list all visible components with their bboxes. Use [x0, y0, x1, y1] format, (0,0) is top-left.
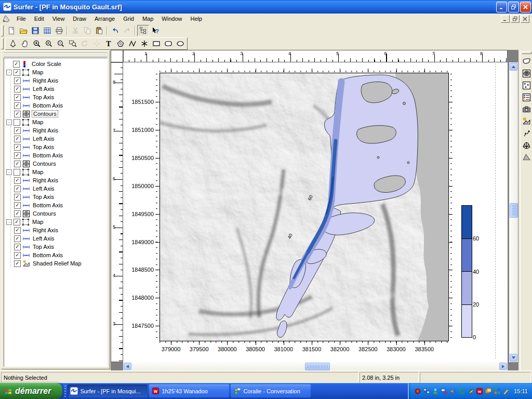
- tray-network-error-icon[interactable]: [441, 388, 448, 395]
- restore-button[interactable]: [508, 2, 519, 12]
- tree-item-label[interactable]: Bottom Axis: [32, 202, 64, 208]
- tree-item-left-axis[interactable]: ✓Left Axis: [11, 135, 107, 143]
- taskbar-task-surfer-pf-in-mosqui-[interactable]: Surfer - [PF in Mosqui...: [68, 384, 148, 397]
- mdi-minimize-button[interactable]: [501, 15, 510, 23]
- menu-view[interactable]: View: [48, 15, 69, 23]
- tree-item-label[interactable]: Bottom Axis: [32, 152, 64, 158]
- tree-checkbox[interactable]: ✓: [14, 210, 21, 217]
- worksheet-button[interactable]: [41, 25, 53, 36]
- tree-checkbox[interactable]: ✓: [14, 161, 21, 167]
- tree-item-map[interactable]: -✓Map: [4, 218, 107, 226]
- tree-item-contours[interactable]: ✓Contours: [11, 159, 107, 168]
- tree-item-bottom-axis[interactable]: ✓Bottom Axis: [11, 201, 107, 209]
- tree-item-label[interactable]: Top Axis: [32, 194, 55, 200]
- menu-arrange[interactable]: Arrange: [90, 15, 119, 23]
- tray-user-green-icon[interactable]: [432, 388, 439, 395]
- tree-checkbox[interactable]: ✓: [14, 111, 21, 117]
- tree-checkbox[interactable]: ✓: [14, 227, 21, 234]
- base-map-button[interactable]: [521, 56, 532, 67]
- tree-item-map[interactable]: -Map: [4, 118, 107, 126]
- tree-item-top-axis[interactable]: ✓Top Axis: [11, 143, 107, 151]
- tree-item-label[interactable]: Right Axis: [32, 227, 59, 233]
- tree-checkbox[interactable]: ✓: [14, 77, 21, 84]
- polyline-tool-button[interactable]: [126, 38, 138, 49]
- tree-checkbox[interactable]: [14, 119, 20, 126]
- tree-item-label[interactable]: Map: [31, 169, 44, 175]
- tree-checkbox[interactable]: ✓: [14, 86, 21, 92]
- tree-expander[interactable]: -: [6, 169, 12, 175]
- whats-this-button[interactable]: ?: [149, 25, 161, 36]
- polygon-tool-button[interactable]: [114, 38, 126, 49]
- tree-item-left-axis[interactable]: ✓Left Axis: [11, 234, 107, 243]
- tray-refresh-green-icon[interactable]: [458, 388, 466, 395]
- scroll-right-button[interactable]: [499, 363, 507, 370]
- panel-gripper[interactable]: [4, 52, 108, 58]
- tree-item-bottom-axis[interactable]: ✓Bottom Axis: [11, 151, 107, 159]
- tree-item-label[interactable]: Contours: [32, 210, 57, 217]
- object-manager-button[interactable]: [137, 25, 149, 36]
- zoom-out-button[interactable]: [55, 38, 66, 49]
- menu-map[interactable]: Map: [138, 15, 157, 23]
- tree-checkbox[interactable]: ✓: [14, 127, 21, 134]
- tree-item-label[interactable]: Left Axis: [32, 86, 56, 92]
- tree-checkbox[interactable]: ✓: [14, 260, 21, 267]
- tree-checkbox[interactable]: ✓: [14, 94, 21, 101]
- scroll-left-button[interactable]: [124, 363, 131, 370]
- tree-item-label[interactable]: Right Axis: [32, 127, 59, 134]
- tree-checkbox[interactable]: ✓: [14, 252, 21, 259]
- tree-checkbox[interactable]: ✓: [14, 102, 21, 109]
- paste-button[interactable]: [93, 25, 105, 36]
- tree-item-top-axis[interactable]: ✓Top Axis: [11, 193, 107, 201]
- tray-flame-icon[interactable]: [414, 388, 421, 395]
- tray-network-icon[interactable]: [423, 388, 430, 395]
- tree-item-label[interactable]: Left Axis: [32, 136, 56, 142]
- tree-item-top-axis[interactable]: ✓Top Axis: [11, 243, 107, 251]
- tray-windows-orange-icon[interactable]: [485, 388, 492, 395]
- tree-item-label[interactable]: Contours: [32, 110, 58, 117]
- tree-checkbox[interactable]: ✓: [14, 144, 21, 151]
- tree-expander[interactable]: -: [6, 70, 12, 75]
- tree-item-top-axis[interactable]: ✓Top Axis: [11, 93, 107, 101]
- tree-item-shaded-relief-map[interactable]: ✓Shaded Relief Map: [11, 259, 107, 268]
- shaded-relief-map-view[interactable]: 6040: [159, 73, 449, 341]
- image-map-button[interactable]: [521, 103, 532, 115]
- tree-item-label[interactable]: Bottom Axis: [32, 102, 64, 109]
- vertical-scroll-thumb[interactable]: [510, 203, 518, 218]
- vertical-scrollbar[interactable]: [509, 62, 518, 362]
- tree-item-contours[interactable]: ✓Contours: [11, 209, 107, 218]
- tree-item-label[interactable]: Left Axis: [32, 235, 56, 242]
- tree-checkbox[interactable]: ✓: [14, 152, 21, 159]
- wireframe-map-button[interactable]: [521, 139, 532, 151]
- toolbar-grip[interactable]: [1, 25, 4, 36]
- minimize-button[interactable]: [496, 2, 507, 12]
- vector-map-button[interactable]: [521, 127, 532, 139]
- tray-volume-icon[interactable]: [449, 388, 457, 395]
- menu-edit[interactable]: Edit: [30, 15, 48, 23]
- menu-window[interactable]: Window: [157, 15, 186, 23]
- tree-checkbox[interactable]: ✓: [14, 194, 21, 201]
- tree-checkbox[interactable]: ✓: [14, 219, 20, 225]
- ellipse-tool-button[interactable]: [174, 38, 186, 49]
- tray-wanadoo-w-icon[interactable]: w: [476, 388, 483, 395]
- tree-item-label[interactable]: Right Axis: [32, 177, 59, 183]
- tree-checkbox[interactable]: [14, 169, 20, 176]
- zoom-in-button[interactable]: [43, 38, 55, 49]
- new-button[interactable]: [5, 25, 17, 36]
- tree-item-color-scale[interactable]: ✓Color Scale: [4, 60, 107, 68]
- tree-item-label[interactable]: Top Axis: [32, 144, 55, 150]
- tree-item-label[interactable]: Shaded Relief Map: [32, 260, 83, 267]
- tray-grid-colors-icon[interactable]: [494, 388, 501, 395]
- tray-bird-yellow-icon[interactable]: [467, 388, 474, 395]
- plot-page[interactable]: 6040 37900037950038000038050038100038150…: [123, 62, 508, 362]
- tree-item-label[interactable]: Map: [31, 69, 44, 75]
- tree-checkbox[interactable]: ✓: [14, 185, 21, 192]
- mdi-close-button[interactable]: [521, 15, 529, 23]
- tree-item-label[interactable]: Left Axis: [32, 185, 56, 192]
- open-button[interactable]: [17, 25, 29, 36]
- contour-map-button[interactable]: [521, 68, 532, 79]
- tree-item-label[interactable]: Contours: [32, 161, 57, 167]
- tree-item-label[interactable]: Color Scale: [31, 61, 62, 67]
- pan-button[interactable]: [19, 38, 31, 49]
- tree-checkbox[interactable]: ✓: [14, 177, 21, 184]
- tree-item-label[interactable]: Bottom Axis: [32, 252, 64, 258]
